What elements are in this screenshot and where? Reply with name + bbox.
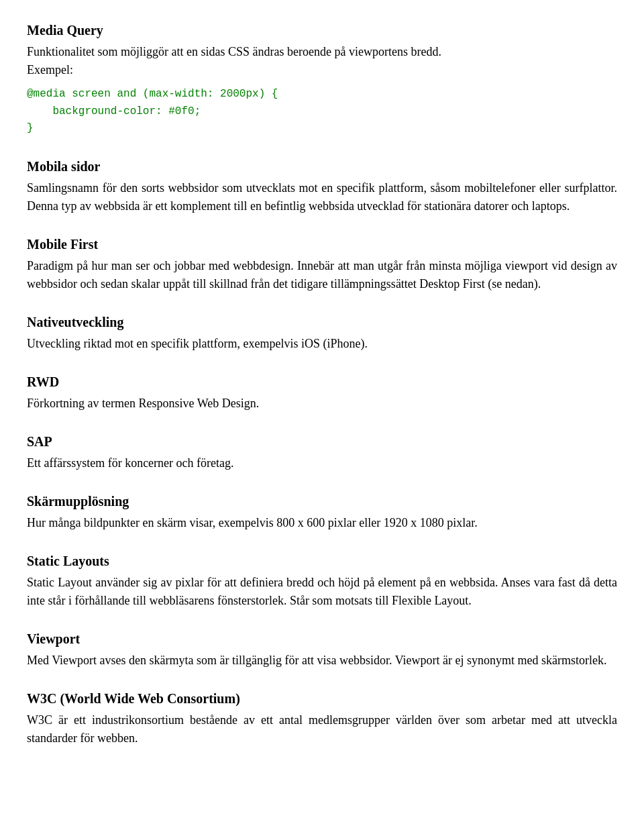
term-w3c: W3C (World Wide Web Consortium)	[27, 688, 617, 709]
section-mobila-sidor: Mobila sidor Samlingsnamn för den sorts …	[27, 156, 617, 215]
term-viewport: Viewport	[27, 629, 617, 649]
definition-media-query: Funktionalitet som möjliggör att en sida…	[27, 43, 617, 61]
section-nativeutveckling: Nativeutveckling Utveckling riktad mot e…	[27, 312, 617, 353]
definition-mobila-sidor: Samlingsnamn för den sorts webbsidor som…	[27, 179, 617, 215]
section-viewport: Viewport Med Viewport avses den skärmyta…	[27, 629, 617, 670]
section-rwd: RWD Förkortning av termen Responsive Web…	[27, 372, 617, 413]
definition-skarmupplosning: Hur många bildpunkter en skärm visar, ex…	[27, 514, 617, 532]
definition-sap: Ett affärssystem för koncerner och föret…	[27, 454, 617, 472]
term-sap: SAP	[27, 431, 617, 452]
code-line-3: }	[27, 122, 34, 134]
definition-mobile-first: Paradigm på hur man ser och jobbar med w…	[27, 257, 617, 293]
code-line-2: background-color: #0f0;	[27, 105, 201, 117]
definition-w3c: W3C är ett industrikonsortium bestående …	[27, 711, 617, 747]
code-line-1: @media screen and (max-width: 2000px) {	[27, 88, 278, 100]
term-mobila-sidor: Mobila sidor	[27, 156, 617, 176]
definition-rwd: Förkortning av termen Responsive Web Des…	[27, 395, 617, 413]
term-nativeutveckling: Nativeutveckling	[27, 312, 617, 332]
term-rwd: RWD	[27, 372, 617, 392]
section-mobile-first: Mobile First Paradigm på hur man ser och…	[27, 234, 617, 293]
term-mobile-first: Mobile First	[27, 234, 617, 254]
definition-static-layouts: Static Layout använder sig av pixlar för…	[27, 574, 617, 610]
section-sap: SAP Ett affärssystem för koncerner och f…	[27, 431, 617, 472]
example-label: Exempel:	[27, 61, 617, 79]
term-skarmupplosning: Skärmupplösning	[27, 491, 617, 511]
section-skarmupplosning: Skärmupplösning Hur många bildpunkter en…	[27, 491, 617, 532]
term-static-layouts: Static Layouts	[27, 551, 617, 571]
section-media-query: Media Query Funktionalitet som möjliggör…	[27, 20, 617, 138]
section-w3c: W3C (World Wide Web Consortium) W3C är e…	[27, 688, 617, 747]
code-block-media-query: @media screen and (max-width: 2000px) { …	[27, 86, 617, 138]
definition-nativeutveckling: Utveckling riktad mot en specifik plattf…	[27, 335, 617, 353]
definition-viewport: Med Viewport avses den skärmyta som är t…	[27, 652, 617, 670]
term-media-query: Media Query	[27, 20, 617, 40]
section-static-layouts: Static Layouts Static Layout använder si…	[27, 551, 617, 610]
